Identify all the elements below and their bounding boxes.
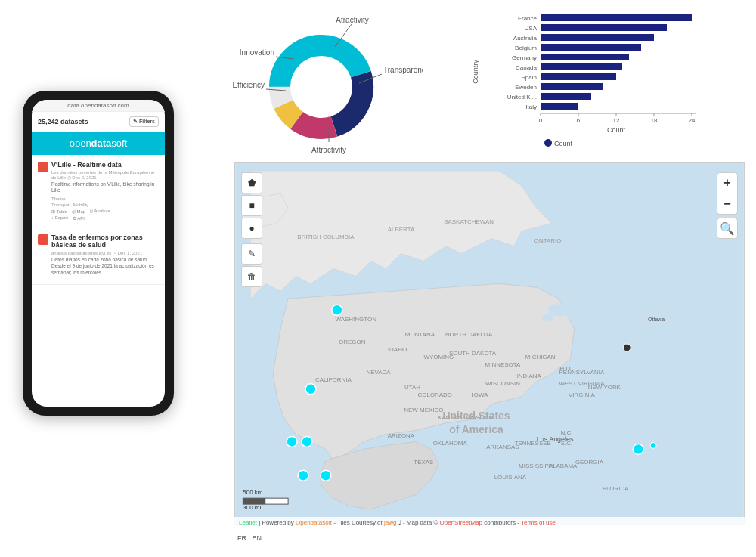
donut-label-attractivity-bottom: Attractivity bbox=[311, 146, 346, 154]
card2-meta: analisis.datosadbiertos.jcyl.es ◷ Dec 1,… bbox=[51, 250, 159, 255]
montana-label: MONTANA bbox=[405, 331, 435, 338]
attribution-text3: contributors - bbox=[484, 519, 521, 526]
card1-api[interactable]: ⚙ API bbox=[73, 215, 85, 221]
delete-btn[interactable]: 🗑 bbox=[241, 266, 262, 287]
north-dakota-label: NORTH DAKOTA bbox=[445, 331, 493, 338]
us-label: United States bbox=[443, 410, 510, 422]
card1-export[interactable]: ↓ Export bbox=[51, 215, 68, 221]
xtick-24: 24 bbox=[689, 117, 696, 124]
bar-uk bbox=[541, 93, 591, 100]
card1-actions2: ↓ Export ⚙ API bbox=[51, 215, 159, 221]
alberta-label: ALBERTA bbox=[388, 226, 415, 233]
country-sweden: Sweden bbox=[515, 84, 537, 91]
nc-label: N.C. bbox=[561, 429, 573, 436]
lang-en[interactable]: EN bbox=[253, 534, 262, 542]
legend-label: Count bbox=[554, 140, 573, 147]
dataset-card-2[interactable]: Tasa de enfermos por zonas básicas de sa… bbox=[32, 227, 165, 285]
marker-1[interactable] bbox=[332, 305, 342, 315]
zoom-out-btn[interactable]: − bbox=[717, 193, 738, 215]
xtick-12: 12 bbox=[613, 117, 620, 124]
card1-table[interactable]: ⊞ Table bbox=[51, 209, 67, 214]
donut-label-innovation: Innovation bbox=[240, 48, 274, 57]
search-location-btn[interactable]: 🔍 bbox=[717, 218, 738, 239]
osm-link[interactable]: OpenStreetMap bbox=[440, 519, 482, 526]
country-usa: USA bbox=[525, 25, 538, 32]
marker-dark[interactable] bbox=[623, 344, 631, 351]
sask-label: SASKATCHEWAN bbox=[444, 218, 494, 225]
minnesota-label: MINNESOTA bbox=[485, 361, 521, 368]
brand-banner: opendatasoft bbox=[32, 132, 165, 155]
bar-italy bbox=[541, 103, 578, 110]
scale-bar-fill bbox=[243, 498, 265, 504]
leaflet-link[interactable]: Leaflet bbox=[239, 519, 257, 526]
draw-circle-btn[interactable]: ● bbox=[241, 218, 262, 239]
marker-mexico[interactable] bbox=[321, 470, 331, 481]
y-axis-label: Country bbox=[472, 60, 479, 84]
country-uk: United Ki... bbox=[507, 94, 537, 101]
zoom-in-btn[interactable]: + bbox=[717, 172, 738, 193]
legend-dot bbox=[544, 139, 552, 147]
marker-4[interactable] bbox=[298, 470, 308, 481]
florida-label: FLORIDA bbox=[603, 485, 629, 492]
colorado-label: COLORADO bbox=[418, 391, 453, 398]
card2-title: Tasa de enfermos por zonas básicas de sa… bbox=[51, 234, 159, 249]
card1-meta: Les données ouvertes de la Métropole Eur… bbox=[51, 170, 159, 180]
lang-fr[interactable]: FR bbox=[237, 534, 246, 542]
alabama-label: ALABAMA bbox=[549, 463, 578, 469]
ontario-label: ONTARIO bbox=[534, 237, 562, 244]
lake-michigan bbox=[542, 314, 554, 321]
bc-label: BRITISH COLUMBIA bbox=[297, 234, 355, 240]
scale-mi-label: 300 mi bbox=[243, 504, 261, 511]
marker-se2[interactable] bbox=[650, 442, 656, 448]
great-lakes-2 bbox=[567, 309, 582, 318]
card1-map[interactable]: ◎ Map bbox=[72, 209, 85, 214]
bar-canada bbox=[541, 63, 622, 70]
country-belgium: Belgium bbox=[515, 45, 537, 51]
card1-desc: Realtime informations on V'Lille, bike s… bbox=[51, 181, 159, 194]
attribution-text2: - Tiles Courtesy of bbox=[333, 519, 384, 526]
edit-btn[interactable]: ✎ bbox=[241, 243, 262, 265]
bar-usa bbox=[541, 24, 667, 31]
donut-label-transparency: Transparency bbox=[383, 66, 423, 74]
dataset-card-1[interactable]: V'Lille - Realtime data Les données ouve… bbox=[32, 155, 165, 227]
country-canada: Canada bbox=[516, 64, 538, 71]
marker-2[interactable] bbox=[305, 384, 316, 395]
virginia-label: VIRGINIA bbox=[569, 391, 596, 398]
scale-km-label: 500 km bbox=[243, 489, 262, 496]
card1-icon bbox=[38, 162, 48, 172]
bar-france bbox=[541, 14, 692, 21]
jawg-link[interactable]: jawg bbox=[384, 519, 396, 526]
iowa-label: IOWA bbox=[472, 391, 489, 398]
country-spain: Spain bbox=[522, 74, 537, 81]
ny-label: NEW YORK bbox=[588, 384, 621, 391]
oklahoma-label: OKLAHOMA bbox=[433, 440, 468, 447]
map-draw-controls: ⬟ ■ ● ✎ 🗑 bbox=[241, 172, 262, 287]
marker-la[interactable] bbox=[302, 436, 312, 447]
donut-label-atractivity-top: Atractivity bbox=[336, 16, 368, 24]
bar-germany bbox=[541, 54, 629, 60]
terms-link[interactable]: Terms of use bbox=[521, 519, 556, 526]
card1-analyze[interactable]: ⌸ Analyze bbox=[90, 209, 110, 214]
zoom-controls: + − 🔍 bbox=[717, 172, 738, 239]
us-label2: of America bbox=[449, 423, 503, 435]
opendatasoft-link[interactable]: Opendatasoft bbox=[296, 519, 332, 526]
card2-icon bbox=[38, 234, 48, 245]
donut-label-efficiency: Efficiency bbox=[232, 81, 265, 89]
marker-se[interactable] bbox=[633, 444, 643, 454]
attribution-music: ♩ - Map data © bbox=[398, 519, 440, 526]
draw-rect-btn[interactable]: ■ bbox=[241, 195, 262, 216]
draw-polygon-btn[interactable]: ⬟ bbox=[241, 172, 262, 193]
phone-screen: data.opendatasoft.com 25,242 datasets ✎ … bbox=[32, 100, 165, 407]
georgia-label: GEORGIA bbox=[575, 459, 604, 466]
marker-3[interactable] bbox=[287, 436, 297, 447]
oregon-label: OREGON bbox=[339, 339, 366, 345]
xtick-18: 18 bbox=[651, 117, 658, 124]
country-germany: Germany bbox=[512, 54, 537, 61]
map-container[interactable]: WASHINGTON OREGON CALIFORNIA NEVADA IDAH… bbox=[234, 162, 745, 525]
la-label: Los Angeles bbox=[537, 435, 574, 443]
x-axis-label: Count bbox=[607, 126, 626, 134]
filters-button[interactable]: ✎ Filters bbox=[129, 116, 159, 127]
ottawa-label: Ottawa bbox=[648, 317, 665, 322]
phone-mockup: data.opendatasoft.com 25,242 datasets ✎ … bbox=[23, 91, 174, 416]
texas-label: TEXAS bbox=[414, 459, 433, 466]
